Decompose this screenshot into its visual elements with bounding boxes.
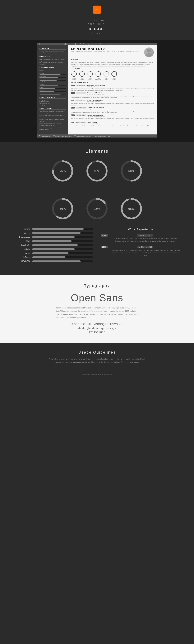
social-section: Social Networks www.goo.gl/MLphVjYwww.go… <box>39 96 66 106</box>
list-item: Dreamweaver <box>14 236 93 238</box>
education-text: Phasellus sodales eros odio, ac fermentu… <box>39 50 66 54</box>
svg-text:90%: 90% <box>94 169 100 173</box>
specialties-label: Specialties <box>71 68 154 70</box>
list-item: HTML/CSS <box>39 92 66 94</box>
resume-name: ABINASH MOHANTY <box>71 48 154 51</box>
software-title: Software Tools <box>39 67 66 69</box>
list-item: Flash <box>14 240 93 242</box>
avatar <box>144 48 154 57</box>
list-item: OmniGraffle <box>14 244 93 246</box>
objectives-text: Morbi vel cursus sapien. Nunc turpis lor… <box>39 58 66 65</box>
list-item: 25 Mo Mar 2011 - Apr 2012 null valoribus… <box>101 246 180 256</box>
large-exp-items: 33 Mo Apr 2012 - Present Morbi vel cursu… <box>101 234 180 256</box>
list-item: Keynote <box>39 87 66 89</box>
list-item: InDesign <box>39 90 66 92</box>
page-header: Ai DOWNLOAD FREE MINIMAL RESUME TEMPLATE <box>0 0 194 40</box>
svg-text:75%: 75% <box>73 74 75 74</box>
education-section: Education Phasellus sodales eros odio, a… <box>39 48 66 54</box>
list-item: 20 Mo Jul 2010 - Mar 2012 Creative Head,… <box>71 92 154 98</box>
donut-chart: 75% <box>51 159 74 183</box>
list-item: 33 Mo Apr 2012 - Present Morbi vel cursu… <box>101 234 180 242</box>
software-section: Software Tools Fireworks Photoshop Dream… <box>39 67 66 94</box>
svg-point-25 <box>39 135 40 136</box>
list-item: 8 Mo Feb 2009 - Jul 2010 Sr. User Interf… <box>71 100 154 106</box>
resume-main: ABINASH MOHANTY Design Lead @QuikR User … <box>68 46 157 134</box>
list-item: 16 Mo Oct 2007 - Feb 2009 Design Lead, U… <box>71 107 154 113</box>
exp-col: Work Experience 33 Mo Apr 2012 - Present… <box>101 228 180 264</box>
phone-contact: +91 98980 98980 <box>39 43 51 45</box>
svg-text:60%: 60% <box>97 74 99 74</box>
experience-list: 33 Mo Apr 2012 - Present Design Lead, Us… <box>71 85 154 127</box>
objectives-title: Objectives <box>39 56 66 58</box>
summary-title: Summary <box>71 58 154 61</box>
donut-chart: 15% <box>85 197 109 221</box>
donut-chart: 95% <box>120 197 143 221</box>
font-name-display: Open Sans <box>21 292 173 304</box>
avatar-placeholder <box>144 48 154 57</box>
list-item: www.goo.gl/MLphVjY <box>39 99 66 100</box>
education-title: Education <box>39 48 66 50</box>
svg-text:50%: 50% <box>128 169 134 173</box>
usage-text: You are free to copy, remix, transform a… <box>48 357 146 364</box>
svg-text:95%: 95% <box>113 74 115 74</box>
svg-rect-2 <box>54 44 55 44</box>
objectives-section: Objectives Morbi vel cursus sapien. Nunc… <box>39 56 66 65</box>
skills-col: Fireworks Photoshop Dreamweaver Flash <box>14 228 93 264</box>
social-list: www.goo.gl/MLphVjYwww.goo.gl/g8rh5Uwww.g… <box>39 99 66 106</box>
uppercase-alphabet: ABCDEFGHIJKLMNOPQRSTUVWXYZ <box>21 323 173 326</box>
svg-rect-4 <box>94 44 95 44</box>
typography-section: Typography Open Sans Open Sans is a huma… <box>0 275 194 343</box>
svg-text:50%: 50% <box>89 74 91 74</box>
resume-card: +91 98980 98980 abinash.mohanty@gmail.co… <box>37 42 157 138</box>
skills-experience-row: Fireworks Photoshop Dreamweaver Flash <box>14 228 180 264</box>
list-item: 33 Mo Apr 2012 - Present Design Lead, Us… <box>71 85 154 91</box>
skill-circle: 60% ProjectManagement <box>95 71 101 80</box>
summary-text: In vestibulum, metus ut dapibus luctus, … <box>71 62 154 67</box>
experience-title: Work Experience <box>71 82 154 84</box>
skill-circle: 75% InteractionDesign <box>71 71 77 80</box>
behance-contact: www.behance.net/mohanty <box>94 43 111 45</box>
website-contact: www.abinashmohanty.com <box>75 43 91 45</box>
large-skill-bars: Fireworks Photoshop Dreamweaver Flash <box>14 228 93 262</box>
list-item: Photoshop <box>14 232 93 234</box>
social-title: Social Networks <box>39 96 66 98</box>
email-contact-bottom: abinash.mohanty@gmail.com <box>53 135 71 137</box>
list-item: Flash <box>39 78 66 80</box>
resume-sidebar: Education Phasellus sodales eros odio, a… <box>37 46 68 134</box>
list-item: 21 Mo Jan 2006 - Oct 2007 Sr. User Inter… <box>71 114 154 121</box>
page-footer: © Copyright 2015 www.abinashmohanty.com <box>0 371 194 378</box>
svg-point-1 <box>39 44 40 44</box>
svg-point-5 <box>147 48 151 52</box>
elements-section: Elements 75% 90% 50% 60% <box>0 142 194 275</box>
svg-point-6 <box>146 53 152 57</box>
typography-description: Open Sans is a humanist sans serif typef… <box>55 306 139 319</box>
lowercase-alphabet: abcdefghijklmnopqrstuvwxyz <box>21 327 173 330</box>
skill-circle: 15% A/BTesting <box>103 71 109 80</box>
svg-text:95%: 95% <box>128 207 134 210</box>
usage-section: Usage Guidelines You are free to copy, r… <box>0 343 194 371</box>
skill-circle: 95% DesignStrategy <box>111 71 118 80</box>
list-item: InDesign <box>14 256 93 258</box>
list-item: Dreamweaver <box>39 76 66 78</box>
numbers: 1234567890 <box>21 331 173 334</box>
svg-text:15%: 15% <box>105 74 107 74</box>
skill-circles: 75% InteractionDesign 90% VisualDesign 5… <box>71 71 154 80</box>
ai-icon: Ai <box>93 6 101 14</box>
list-item: Illustrator <box>14 248 93 250</box>
svg-rect-26 <box>53 136 55 136</box>
header-title: DOWNLOAD FREE MINIMAL RESUME TEMPLATE <box>3 19 191 36</box>
list-item: HTML/CSS <box>14 260 93 262</box>
phone-contact-bottom: +91 98980 98980 <box>39 135 51 137</box>
svg-text:90%: 90% <box>81 74 83 74</box>
donut-chart: 60% <box>51 197 74 221</box>
svg-text:15%: 15% <box>94 207 100 210</box>
list-item: Illustrator <box>39 84 66 86</box>
svg-rect-28 <box>94 136 95 136</box>
behance-contact-bottom: www.behance.net/mohanty <box>94 135 110 137</box>
email-contact: abinash.mohanty@gmail.com <box>53 43 72 45</box>
list-item: 5 Mo Aug 2005 - Jan 2006 Design Associat… <box>71 122 154 126</box>
resume-title: Design Lead @QuikR User Experience ● Soc… <box>71 51 154 52</box>
list-item: OmniGraffle <box>39 81 66 84</box>
svg-point-3 <box>75 44 76 44</box>
donut-chart: 90% <box>85 159 109 183</box>
